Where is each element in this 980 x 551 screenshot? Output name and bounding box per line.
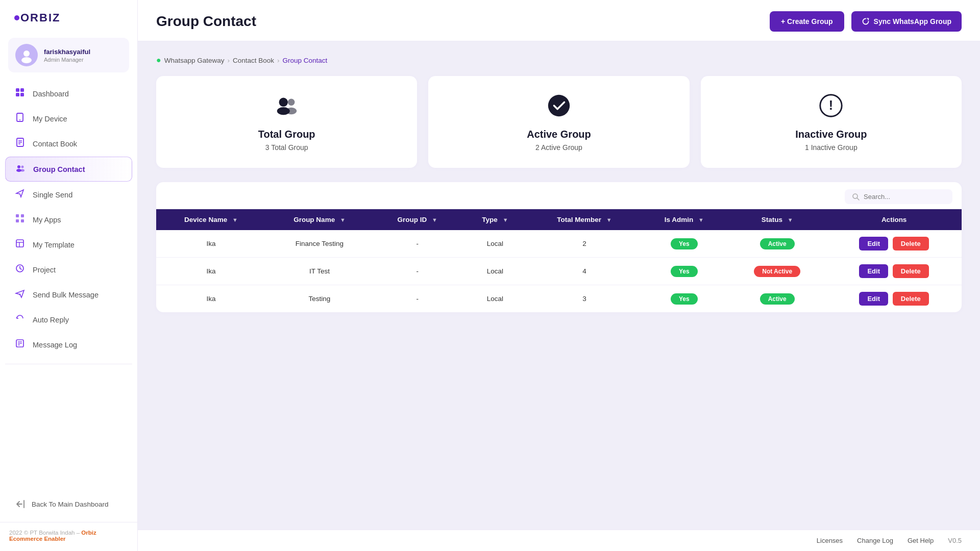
svg-rect-5 xyxy=(20,93,24,96)
is-admin-badge: Yes xyxy=(671,293,698,305)
svg-point-1 xyxy=(21,57,32,63)
footer-changelog[interactable]: Change Log xyxy=(857,537,893,544)
footer-licenses[interactable]: Licenses xyxy=(817,537,843,544)
status-badge: Active xyxy=(760,293,795,305)
content-area: ● Whatsapp Gateway › Contact Book › Grou… xyxy=(138,41,980,530)
edit-button[interactable]: Edit xyxy=(859,292,888,306)
book-icon xyxy=(14,137,26,150)
edit-button[interactable]: Edit xyxy=(859,264,888,278)
cell-status: Active xyxy=(728,285,826,313)
search-input[interactable] xyxy=(864,193,945,201)
topbar-actions: + Create Group Sync WhatsApp Group xyxy=(770,11,962,32)
breadcrumb-group-contact: Group Contact xyxy=(283,57,328,64)
edit-button[interactable]: Edit xyxy=(859,237,888,251)
logo: ORBIZ xyxy=(0,0,137,34)
nav-items: Dashboard My Device Contact Book Group C… xyxy=(0,82,137,491)
user-role: Admin Manager xyxy=(44,57,90,63)
active-group-icon xyxy=(546,92,572,123)
sidebar-label-dashboard: Dashboard xyxy=(33,90,69,98)
svg-rect-20 xyxy=(16,240,23,247)
delete-button[interactable]: Delete xyxy=(893,237,929,251)
sync-icon xyxy=(862,17,870,26)
cell-type: Local xyxy=(462,230,529,258)
inactive-group-icon: ! xyxy=(818,92,844,123)
group-table: Device Name ▼ Group Name ▼ Group ID ▼ xyxy=(156,209,962,312)
svg-point-33 xyxy=(548,95,570,116)
footer-get-help[interactable]: Get Help xyxy=(908,537,934,544)
grid-icon xyxy=(14,87,26,100)
stat-card-active: Active Group 2 Active Group xyxy=(428,76,689,168)
cell-status: Not Active xyxy=(728,258,826,285)
svg-rect-17 xyxy=(21,214,24,217)
status-badge: Not Active xyxy=(754,266,800,277)
stat-cards: Total Group 3 Total Group Active Group 2… xyxy=(156,76,962,168)
sidebar-footer: 2022 © PT Borwita Indah – Orbiz Ecommerc… xyxy=(0,522,137,551)
sidebar-item-single-send[interactable]: Single Send xyxy=(5,183,132,207)
svg-rect-19 xyxy=(21,219,24,222)
cell-device: Ika xyxy=(156,258,266,285)
cell-group-id: - xyxy=(373,285,462,313)
col-actions: Actions xyxy=(826,209,962,230)
filter-icon-type[interactable]: ▼ xyxy=(503,217,508,223)
svg-rect-4 xyxy=(16,93,19,96)
sidebar-item-auto-reply[interactable]: Auto Reply xyxy=(5,308,132,332)
sidebar-label-single-send: Single Send xyxy=(33,191,72,199)
sidebar-item-send-bulk-message[interactable]: Send Bulk Message xyxy=(5,283,132,307)
sidebar-item-group-contact[interactable]: Group Contact xyxy=(5,157,132,182)
cell-type: Local xyxy=(462,285,529,313)
filter-icon-admin[interactable]: ▼ xyxy=(698,217,704,223)
col-is-admin: Is Admin ▼ xyxy=(640,209,728,230)
search-wrap xyxy=(845,189,952,204)
sidebar-label-my-template: My Template xyxy=(33,241,75,249)
sidebar-item-my-template[interactable]: My Template xyxy=(5,233,132,257)
filter-icon-member[interactable]: ▼ xyxy=(606,217,612,223)
sidebar-item-dashboard[interactable]: Dashboard xyxy=(5,82,132,106)
user-name: fariskhasyaiful xyxy=(44,48,90,56)
active-group-value: 2 Active Group xyxy=(535,143,582,152)
table-header-row xyxy=(156,182,962,209)
main-content: Group Contact + Create Group Sync WhatsA… xyxy=(138,0,980,551)
cell-device: Ika xyxy=(156,285,266,313)
is-admin-badge: Yes xyxy=(671,238,698,249)
cell-total-member: 3 xyxy=(528,285,640,313)
total-group-label: Total Group xyxy=(258,129,315,140)
cell-group-id: - xyxy=(373,230,462,258)
sidebar-item-my-apps[interactable]: My Apps xyxy=(5,208,132,232)
sync-whatsapp-button[interactable]: Sync WhatsApp Group xyxy=(851,11,962,32)
breadcrumb-sep1: › xyxy=(227,57,230,64)
table-section: Device Name ▼ Group Name ▼ Group ID ▼ xyxy=(156,182,962,312)
cell-group-name: Finance Testing xyxy=(266,230,373,258)
breadcrumb-sep2: › xyxy=(277,57,280,64)
svg-line-37 xyxy=(857,198,859,200)
col-group-name: Group Name ▼ xyxy=(266,209,373,230)
sidebar-item-my-device[interactable]: My Device xyxy=(5,107,132,131)
svg-point-7 xyxy=(19,119,20,120)
search-icon xyxy=(852,193,860,201)
filter-icon-device[interactable]: ▼ xyxy=(232,217,238,223)
svg-rect-16 xyxy=(16,214,19,217)
sidebar-item-project[interactable]: Project xyxy=(5,258,132,282)
breadcrumb: ● Whatsapp Gateway › Contact Book › Grou… xyxy=(156,56,962,65)
total-group-icon xyxy=(274,92,300,123)
topbar: Group Contact + Create Group Sync WhatsA… xyxy=(138,0,980,41)
filter-icon-group[interactable]: ▼ xyxy=(340,217,346,223)
sidebar-item-message-log[interactable]: Message Log xyxy=(5,333,132,357)
svg-point-0 xyxy=(23,51,30,57)
sidebar-label-group-contact: Group Contact xyxy=(33,165,85,173)
sidebar-label-my-apps: My Apps xyxy=(33,216,61,224)
back-to-main[interactable]: Back To Main Dashboard xyxy=(0,491,137,522)
delete-button[interactable]: Delete xyxy=(893,264,929,278)
col-total-member: Total Member ▼ xyxy=(528,209,640,230)
sidebar-item-contact-book[interactable]: Contact Book xyxy=(5,132,132,156)
delete-button[interactable]: Delete xyxy=(893,292,929,306)
cell-group-name: Testing xyxy=(266,285,373,313)
filter-icon-status[interactable]: ▼ xyxy=(788,217,793,223)
filter-icon-id[interactable]: ▼ xyxy=(432,217,437,223)
cell-type: Local xyxy=(462,258,529,285)
create-group-button[interactable]: + Create Group xyxy=(770,11,844,32)
col-device-name: Device Name ▼ xyxy=(156,209,266,230)
table-header: Device Name ▼ Group Name ▼ Group ID ▼ xyxy=(156,209,962,230)
cell-group-name: IT Test xyxy=(266,258,373,285)
brand-name: ORBIZ xyxy=(20,11,60,24)
sidebar-label-send-bulk: Send Bulk Message xyxy=(33,291,99,299)
